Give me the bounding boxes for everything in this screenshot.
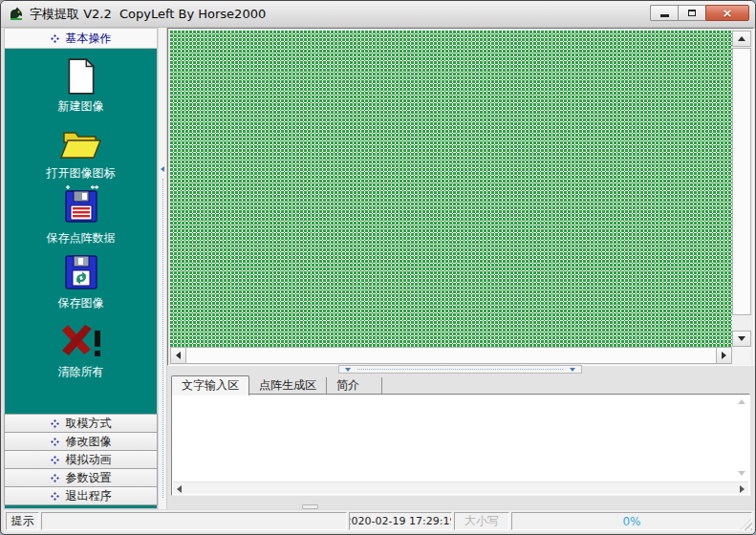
sidebar-section-label: 基本操作	[66, 31, 112, 47]
window-controls: ×	[650, 5, 749, 21]
diamond-icon	[51, 34, 59, 43]
sidebar-section-simulate-animation[interactable]: 模拟动画	[4, 450, 158, 469]
minimize-icon	[660, 14, 669, 17]
vertical-scroll-thumb[interactable]	[732, 48, 751, 315]
section-label: 修改图像	[66, 434, 112, 450]
horizontal-scroll-thumb[interactable]	[186, 347, 716, 364]
tab-text-input[interactable]: 文字输入区	[171, 375, 249, 396]
bottom-panel: 文字输入区 点阵生成区 简介	[167, 374, 754, 508]
tab-intro[interactable]: 简介	[327, 377, 382, 394]
app-window: 字模提取 V2.2 CopyLeft By Horse2000 × 基本操作	[0, 0, 756, 535]
status-case-panel: 大小写	[454, 512, 509, 530]
new-image-icon	[65, 57, 97, 96]
tab-dot-matrix[interactable]: 点阵生成区	[249, 377, 327, 394]
diamond-icon	[51, 474, 59, 482]
maximize-button[interactable]	[678, 5, 705, 21]
status-hint-panel: 提示	[6, 512, 39, 530]
titlebar[interactable]: 字模提取 V2.2 CopyLeft By Horse2000 ×	[1, 1, 755, 28]
status-message-panel	[41, 512, 347, 530]
section-label: 参数设置	[66, 470, 112, 486]
arrow-down-icon	[738, 336, 745, 341]
section-label: 退出程序	[66, 488, 112, 504]
horizontal-scrollbar[interactable]	[170, 347, 732, 364]
arrow-up-icon	[738, 36, 745, 41]
status-datetime-panel: 2020-02-19 17:29:19	[349, 512, 452, 530]
save-dot-matrix-button[interactable]: 保存点阵数据	[5, 185, 157, 246]
editor-horizontal-scrollbar[interactable]	[173, 482, 748, 494]
scroll-down-button[interactable]	[732, 331, 751, 347]
new-image-button[interactable]: 新建图像	[5, 57, 157, 115]
vertical-scrollbar[interactable]	[732, 31, 751, 347]
tab-bar: 文字输入区 点阵生成区 简介	[171, 374, 382, 395]
open-image-button[interactable]: 打开图像图标	[5, 126, 157, 182]
save-image-button[interactable]: 保存图像	[5, 254, 157, 311]
tool-label: 保存点阵数据	[47, 230, 116, 246]
collapse-down-icon[interactable]	[570, 368, 575, 372]
sidebar-section-basic-operations[interactable]: 基本操作	[5, 29, 157, 49]
editor-scroll-up-icon[interactable]	[738, 399, 745, 404]
sidebar-sections: 取模方式 修改图像 模拟动画 参数设置	[4, 415, 158, 505]
status-progress-panel: 0%	[511, 512, 752, 530]
collapse-down-icon[interactable]	[345, 368, 351, 372]
sidebar-section-parameter-settings[interactable]: 参数设置	[4, 468, 158, 487]
clear-all-button[interactable]: 清除所有	[5, 323, 157, 380]
scroll-right-button[interactable]	[716, 347, 732, 364]
editor-scroll-left-icon[interactable]	[177, 485, 182, 493]
section-label: 模拟动画	[66, 452, 112, 468]
clear-all-icon	[58, 323, 104, 361]
tool-label: 保存图像	[58, 295, 104, 311]
text-input-panel	[171, 394, 750, 496]
sidebar-section-modify-image[interactable]: 修改图像	[4, 432, 158, 451]
save-image-icon	[63, 254, 99, 292]
close-icon: ×	[723, 6, 733, 20]
splitter-dots	[357, 369, 563, 370]
canvas-panel	[167, 28, 754, 366]
editor-scroll-down-icon[interactable]	[738, 471, 745, 476]
status-hint-label: 提示	[11, 513, 34, 529]
diamond-icon	[51, 419, 59, 428]
arrow-right-icon	[722, 352, 726, 359]
tool-label: 打开图像图标	[47, 165, 116, 182]
app-icon	[9, 7, 24, 22]
sidebar-section-exit-program[interactable]: 退出程序	[4, 486, 158, 505]
sidebar: 基本操作 新建图像 打开图像图标	[4, 28, 158, 509]
diamond-icon	[51, 438, 59, 446]
scroll-up-button[interactable]	[732, 31, 751, 47]
diamond-icon	[51, 456, 59, 464]
editor-scroll-right-icon[interactable]	[740, 485, 745, 493]
diamond-icon	[51, 492, 59, 501]
bitmap-canvas[interactable]	[170, 31, 732, 347]
window-title: 字模提取 V2.2 CopyLeft By Horse2000	[30, 1, 266, 27]
scrollbar-corner	[732, 347, 751, 364]
statusbar: 提示 2020-02-19 17:29:19 大小写 0%	[4, 509, 754, 532]
status-progress-value: 0%	[622, 515, 640, 528]
tool-label: 清除所有	[58, 364, 104, 380]
tool-label: 新建图像	[58, 98, 104, 115]
arrow-left-icon	[176, 352, 181, 359]
close-button[interactable]: ×	[705, 5, 749, 21]
sidebar-splitter[interactable]	[158, 28, 167, 509]
panel-splitter[interactable]	[338, 365, 582, 374]
maximize-icon	[688, 10, 696, 16]
minimize-button[interactable]	[650, 5, 678, 21]
status-case-indicator: 大小写	[464, 513, 499, 529]
sidebar-section-sampling-mode[interactable]: 取模方式	[4, 414, 158, 433]
text-input-area[interactable]	[174, 396, 734, 481]
open-image-icon	[60, 126, 102, 162]
save-dot-matrix-icon	[62, 185, 100, 227]
scroll-left-button[interactable]	[170, 347, 186, 364]
status-datetime: 2020-02-19 17:29:19	[349, 515, 452, 527]
section-label: 取模方式	[66, 416, 112, 432]
collapse-left-icon[interactable]	[161, 166, 164, 172]
